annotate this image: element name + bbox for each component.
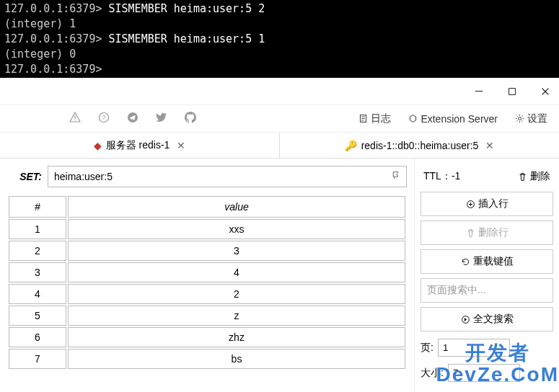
page-label: 页: [421,342,433,355]
term-cmd: SISMEMBER heima:user:5 2 [102,2,265,15]
log-button[interactable]: 日志 [358,112,391,125]
term-cmd: SISMEMBER heima:user:5 1 [102,32,265,45]
right-pane: TTL：-1 删除 插入行 删除行 重载键值 页面搜索中... 全文搜索 页: … [415,159,559,392]
cell-index: 4 [9,284,66,304]
col-value: value [68,196,405,218]
term-output: (integer) 0 [4,48,76,61]
content-area: SET: heima:user:5 # value 1xxs 23 34 42 … [0,159,559,392]
svg-rect-3 [74,120,75,120]
cell-index: 2 [9,241,66,261]
tab-strip: ◆ 服务器 redis-1 ✕ 🔑 redis-1::db0::heima:us… [0,133,559,159]
full-search-button[interactable]: 全文搜索 [421,307,553,331]
github-icon[interactable] [185,112,196,125]
page-search-input[interactable]: 页面搜索中... [421,278,553,303]
cell-index: 7 [9,349,66,369]
term-prompt: 127.0.0.1:6379> [4,2,102,15]
insert-label: 插入行 [478,197,509,210]
cell-value: 4 [68,262,405,282]
col-index: # [9,196,66,218]
cell-index: 1 [9,219,66,239]
warning-icon[interactable] [69,112,81,125]
log-label: 日志 [371,112,391,125]
cell-index: 5 [9,306,66,326]
ttl-label[interactable]: TTL：-1 [423,170,460,183]
set-members-table: # value 1xxs 23 34 42 5z 6zhz 7bs [7,195,407,370]
size-input[interactable] [448,364,520,382]
tab-label: 服务器 redis-1 [106,139,170,152]
cell-index: 3 [9,262,66,282]
cell-value: xxs [68,219,405,239]
page-row: 页: [421,339,553,357]
extension-server-button[interactable]: Extension Server [408,113,498,125]
ext-label: Extension Server [421,113,498,125]
table-row[interactable]: 7bs [9,349,405,369]
term-output: (integer) 1 [4,17,76,30]
maximize-button[interactable] [507,86,517,97]
term-prompt: 127.0.0.1:6379> [4,63,102,76]
full-search-label: 全文搜索 [473,313,514,326]
size-row: 大小: [421,364,553,382]
reload-label: 重载键值 [473,255,514,268]
delete-key-button[interactable]: 删除 [518,170,550,183]
reload-button[interactable]: 重载键值 [421,249,553,274]
telegram-icon[interactable] [127,112,138,125]
key-name-text: heima:user:5 [54,171,113,182]
type-label: SET: [7,171,42,182]
svg-rect-0 [475,91,483,92]
table-row[interactable]: 1xxs [9,219,405,239]
table-row[interactable]: 23 [9,241,405,261]
table-row[interactable]: 5z [9,306,405,326]
twitter-icon[interactable] [156,112,167,125]
cell-index: 6 [9,327,66,347]
svg-point-11 [518,117,521,120]
rename-icon[interactable] [391,171,400,182]
term-prompt: 127.0.0.1:6379> [4,32,102,45]
svg-rect-1 [509,88,516,94]
size-label: 大小: [421,367,444,380]
cell-value: zhz [68,327,405,347]
page-number-input[interactable] [438,339,510,357]
ttl-row: TTL：-1 删除 [421,166,553,187]
table-row[interactable]: 34 [9,262,405,282]
settings-button[interactable]: 设置 [515,112,547,125]
svg-rect-2 [74,115,75,119]
tab-key[interactable]: 🔑 redis-1::db0::heima:user:5 ✕ [280,133,559,158]
minimize-button[interactable] [474,86,484,97]
key-row: SET: heima:user:5 [7,166,407,187]
delete-row-label: 删除行 [478,226,509,239]
terminal: 127.0.0.1:6379> SISMEMBER heima:user:5 2… [0,0,559,78]
help-icon[interactable]: ? [98,112,110,125]
tab-server[interactable]: ◆ 服务器 redis-1 ✕ [0,133,280,158]
close-button[interactable] [540,86,550,97]
cell-value: bs [68,349,405,369]
settings-label: 设置 [527,112,547,125]
key-name-input[interactable]: heima:user:5 [48,166,407,187]
left-pane: SET: heima:user:5 # value 1xxs 23 34 42 … [0,159,415,392]
tab-label: redis-1::db0::heima:user:5 [361,140,479,151]
key-icon: 🔑 [345,140,357,151]
close-icon[interactable]: ✕ [485,140,494,151]
cell-value: z [68,306,405,326]
table-row[interactable]: 6zhz [9,327,405,347]
window-titlebar [0,78,559,105]
server-icon: ◆ [94,140,102,151]
insert-row-button[interactable]: 插入行 [421,192,553,216]
delete-label: 删除 [530,170,550,183]
table-row[interactable]: 42 [9,284,405,304]
top-iconbar: ? 日志 Extension Server 设置 [0,105,559,133]
cell-value: 2 [68,284,405,304]
cell-value: 3 [68,241,405,261]
close-icon[interactable]: ✕ [177,140,185,151]
delete-row-button[interactable]: 删除行 [421,220,553,245]
svg-text:?: ? [102,114,105,121]
